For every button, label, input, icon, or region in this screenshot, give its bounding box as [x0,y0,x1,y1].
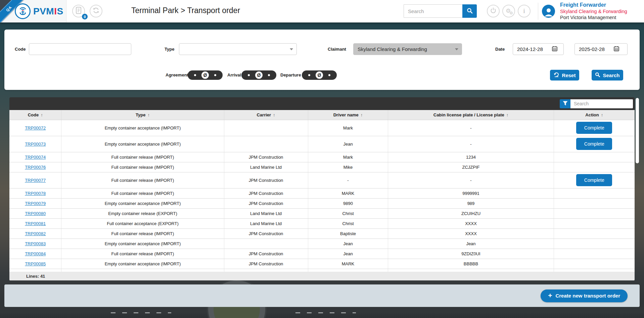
order-code-link[interactable]: TRP00083 [25,241,46,246]
app-header: QA PVMIS 0 [0,0,644,22]
departure-toggle[interactable]: Ø [302,70,337,80]
date-to-field [574,43,628,55]
document-icon [76,7,82,15]
order-code-link[interactable]: TRP00078 [25,191,46,196]
power-icon [490,7,496,15]
date-to-input[interactable] [579,46,611,52]
type-select[interactable] [179,43,297,55]
table-row: TRP00081Full container acceptance (EXPOR… [9,218,635,228]
app-wordmark: PVMIS [33,6,63,17]
cell-code: TRP00078 [9,188,61,198]
cell-driver: Mark [308,120,388,136]
reset-button[interactable]: Reset [550,70,579,81]
complete-button[interactable]: Complete [576,174,612,186]
col-header-carrier[interactable]: Carrier↑ [224,110,308,120]
filter-search-button[interactable]: Search [592,70,623,81]
col-header-plate[interactable]: Cabin license plate / License plate↑ [388,110,554,120]
complete-button[interactable]: Complete [576,138,612,150]
order-code-link[interactable]: TRP00082 [25,231,46,236]
order-code-link[interactable]: TRP00074 [25,155,46,160]
order-code-link[interactable]: TRP00077 [25,178,46,183]
cell-driver: MARK [308,188,388,198]
table-row: TRP00080Empty container release (EXPORT)… [9,208,635,218]
date-from-input[interactable] [517,46,549,52]
cell-action [554,238,635,249]
settings-button[interactable]: ⚙⚙ [502,5,515,17]
calendar-icon[interactable] [611,46,619,53]
undo-icon [554,72,559,78]
cell-action [554,249,635,259]
code-input[interactable] [29,43,131,55]
sort-asc-icon: ↑ [506,112,509,117]
cell-type: Full container acceptance (EXPORT) [61,218,224,228]
table-row: TRP00074Full container release (IMPORT)J… [9,152,635,162]
cell-code: TRP00085 [9,259,61,269]
search-icon [595,72,600,78]
col-header-type[interactable]: Type↑ [61,110,224,120]
cell-code: TRP00083 [9,238,61,249]
cell-driver: MARK [308,259,388,269]
chevron-down-icon [455,48,458,50]
cell-carrier [224,136,308,152]
table-filter-button[interactable] [560,99,570,108]
lines-count: Lines: 41 [26,274,45,279]
cell-type: Full container release (IMPORT) [61,152,224,162]
sort-asc-icon: ↑ [147,112,150,117]
create-transport-order-button[interactable]: + Create new transport order [541,289,628,302]
cell-code: TRP00079 [9,198,61,208]
cell-carrier: JPM Construction [224,249,308,259]
cell-driver: Mark [308,152,388,162]
cell-action [554,208,635,218]
logout-button[interactable] [487,5,500,17]
order-code-link[interactable]: TRP00079 [25,201,46,206]
cell-carrier [224,120,308,136]
road-markings [111,312,171,313]
order-code-link[interactable]: TRP00080 [25,211,46,216]
global-search-input[interactable] [404,4,462,18]
table-scrollbar-thumb[interactable] [636,98,639,163]
order-code-link[interactable]: TRP00085 [25,261,46,266]
col-header-code[interactable]: Code↑ [9,110,61,120]
cell-plate: - [388,172,554,188]
calendar-icon[interactable] [549,46,557,53]
documents-button[interactable]: 0 [72,5,85,17]
order-code-link[interactable]: TRP00073 [25,142,46,147]
sort-asc-icon: ↑ [41,112,43,117]
sort-asc-icon: ↑ [361,112,363,117]
cell-action [554,259,635,269]
agreement-toggle[interactable]: Ø [188,70,223,80]
global-search [404,4,477,18]
global-search-button[interactable] [462,4,477,18]
table-toolbar [9,97,635,110]
cell-plate: - [388,120,554,136]
cell-plate: 9999991 [388,188,554,198]
refresh-button[interactable] [90,5,102,17]
cell-action: Complete [554,136,635,152]
plus-icon: + [548,292,552,299]
table-search-input[interactable] [570,99,633,108]
toggle-null-knob: Ø [201,71,209,79]
cell-type: Empty container acceptance (IMPORT) [61,198,224,208]
table-header-row: Code↑ Type↑ Carrier↑ Driver name↑ Cabin … [9,110,635,120]
info-button[interactable]: i [518,5,531,17]
table-row: TRP00076Full container release (IMPORT)L… [9,162,635,172]
cell-action [554,188,635,198]
order-code-link[interactable]: TRP00072 [25,125,46,130]
complete-button[interactable]: Complete [576,122,612,134]
order-code-link[interactable]: TRP00084 [25,251,46,256]
user-avatar[interactable] [542,5,555,18]
cell-type: Empty container acceptance (IMPORT) [61,136,224,152]
cell-type: Full container release (IMPORT) [61,249,224,259]
cell-driver: Jean [308,136,388,152]
cell-plate: XXXX [388,218,554,228]
departure-label: Departure [280,70,301,80]
cell-action: Complete [554,120,635,136]
arrival-toggle[interactable]: Ø [241,70,276,80]
col-header-action[interactable]: Action↑ [554,110,635,120]
order-code-link[interactable]: TRP00076 [25,165,46,170]
table-row: TRP00084Full container release (IMPORT)J… [9,249,635,259]
sort-asc-icon: ↑ [273,112,275,117]
col-header-driver[interactable]: Driver name↑ [308,110,388,120]
toggle-on-dot [268,74,270,76]
order-code-link[interactable]: TRP00081 [25,221,46,226]
